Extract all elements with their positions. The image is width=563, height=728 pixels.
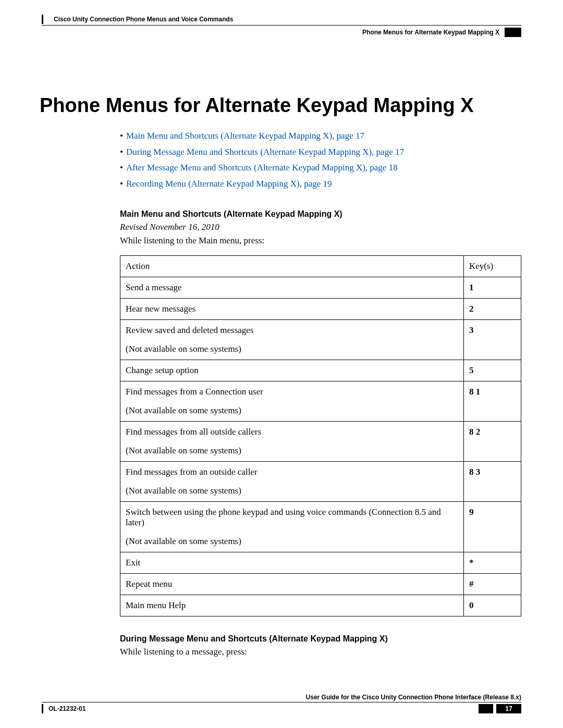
header-right-text: Phone Menus for Alternate Keypad Mapping… — [362, 29, 499, 36]
toc-item: •After Message Menu and Shortcuts (Alter… — [120, 160, 521, 176]
chapter-title: Phone Menus for Alternate Keypad Mapping… — [40, 94, 521, 117]
footer-guide-title: User Guide for the Cisco Unity Connectio… — [42, 694, 521, 701]
section-intro: While listening to a message, press: — [120, 647, 521, 657]
cell-key: 5 — [464, 360, 521, 381]
action-text: Find messages from all outside callers — [126, 427, 261, 437]
action-text: Exit — [126, 558, 140, 567]
cell-key: 2 — [464, 299, 521, 320]
footer-left: OL-21232-01 — [42, 704, 85, 713]
page-number: 17 — [496, 704, 521, 713]
section-heading: During Message Menu and Shortcuts (Alter… — [120, 634, 521, 644]
shortcut-table: Action Key(s) Send a message1Hear new me… — [120, 255, 521, 616]
cell-key: 8 1 — [464, 381, 521, 422]
action-text: Find messages from an outside caller — [126, 467, 258, 477]
cell-key: 9 — [464, 502, 521, 552]
section-heading: Main Menu and Shortcuts (Alternate Keypa… — [120, 209, 521, 219]
action-text: Repeat menu — [126, 579, 172, 589]
table-row: Repeat menu# — [120, 574, 521, 595]
action-note: (Not available on some systems) — [126, 536, 458, 547]
toc-link[interactable]: During Message Menu and Shortcuts (Alter… — [126, 147, 404, 157]
revised-date: Revised November 16, 2010 — [120, 222, 521, 232]
cell-key: 0 — [464, 595, 521, 616]
action-text: Change setup option — [126, 365, 199, 375]
cell-action: Hear new messages — [120, 299, 464, 320]
section-main-menu: Main Menu and Shortcuts (Alternate Keypa… — [120, 209, 521, 657]
table-row: Review saved and deleted messages(Not av… — [120, 320, 521, 360]
table-row: Exit* — [120, 552, 521, 574]
cell-key: # — [464, 574, 521, 595]
cell-key: 8 3 — [464, 462, 521, 502]
table-row: Send a message1 — [120, 277, 521, 299]
page-number-box: 17 — [479, 704, 521, 713]
cell-action: Exit — [120, 552, 464, 574]
footer-rule-icon — [42, 704, 43, 713]
footer-divider — [42, 702, 521, 702]
cell-key: 8 2 — [464, 422, 521, 462]
toc-item: •During Message Menu and Shortcuts (Alte… — [120, 144, 521, 161]
action-note: (Not available on some systems) — [126, 344, 458, 354]
cell-action: Main menu Help — [120, 595, 464, 616]
cell-action: Repeat menu — [120, 574, 464, 595]
footer-doc-id: OL-21232-01 — [48, 705, 85, 712]
cell-action: Find messages from a Connection user(Not… — [120, 381, 464, 422]
toc-item: •Main Menu and Shortcuts (Alternate Keyp… — [120, 128, 521, 144]
action-text: Main menu Help — [126, 600, 186, 610]
header-left: Cisco Unity Connection Phone Menus and V… — [42, 15, 233, 24]
toc-item: •Recording Menu (Alternate Keypad Mappin… — [120, 176, 521, 192]
running-header: Cisco Unity Connection Phone Menus and V… — [42, 13, 521, 24]
header-right: Phone Menus for Alternate Keypad Mapping… — [362, 28, 521, 37]
table-row: Find messages from a Connection user(Not… — [120, 381, 521, 422]
cell-action: Find messages from an outside caller(Not… — [120, 462, 464, 502]
cell-key: 3 — [464, 320, 521, 360]
toc-link[interactable]: Recording Menu (Alternate Keypad Mapping… — [126, 179, 332, 189]
footer-block-icon — [479, 704, 493, 713]
col-action: Action — [120, 256, 464, 277]
page-footer: User Guide for the Cisco Unity Connectio… — [42, 694, 521, 713]
table-row: Find messages from an outside caller(Not… — [120, 462, 521, 502]
action-text: Find messages from a Connection user — [126, 387, 263, 397]
table-row: Find messages from all outside callers(N… — [120, 422, 521, 462]
cell-key: 1 — [464, 277, 521, 299]
toc-link[interactable]: Main Menu and Shortcuts (Alternate Keypa… — [126, 131, 364, 141]
cell-action: Send a message — [120, 277, 464, 299]
action-note: (Not available on some systems) — [126, 446, 458, 456]
table-row: Main menu Help0 — [120, 595, 521, 616]
action-note: (Not available on some systems) — [126, 405, 458, 416]
header-left-text: Cisco Unity Connection Phone Menus and V… — [54, 16, 233, 23]
action-text: Review saved and deleted messages — [126, 325, 253, 335]
toc-list: •Main Menu and Shortcuts (Alternate Keyp… — [42, 128, 521, 192]
action-text: Hear new messages — [126, 304, 195, 314]
cell-action: Find messages from all outside callers(N… — [120, 422, 464, 462]
section-intro: While listening to the Main menu, press: — [120, 236, 521, 246]
cell-action: Review saved and deleted messages(Not av… — [120, 320, 464, 360]
cell-action: Switch between using the phone keypad an… — [120, 502, 464, 552]
cell-key: * — [464, 552, 521, 574]
action-note: (Not available on some systems) — [126, 486, 458, 496]
table-row: Switch between using the phone keypad an… — [120, 502, 521, 552]
col-key: Key(s) — [464, 256, 521, 277]
table-row: Hear new messages2 — [120, 299, 521, 320]
action-text: Send a message — [126, 282, 182, 292]
table-header-row: Action Key(s) — [120, 256, 521, 277]
table-row: Change setup option5 — [120, 360, 521, 381]
toc-link[interactable]: After Message Menu and Shortcuts (Altern… — [126, 163, 398, 172]
cell-action: Change setup option — [120, 360, 464, 381]
page: Cisco Unity Connection Phone Menus and V… — [0, 0, 563, 728]
header-rule-icon — [42, 15, 43, 24]
action-text: Switch between using the phone keypad an… — [126, 507, 441, 527]
header-block-icon — [505, 28, 521, 37]
